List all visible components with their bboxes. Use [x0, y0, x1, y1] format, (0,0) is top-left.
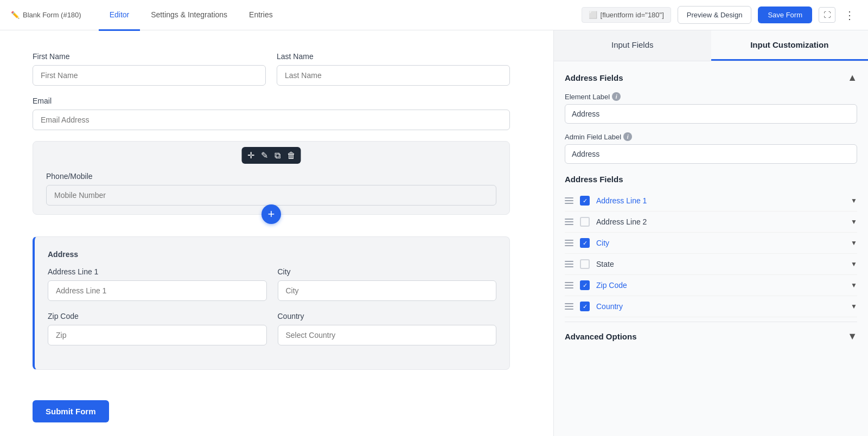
- more-options-button[interactable]: ⋮: [842, 7, 857, 24]
- phone-label: Phone/Mobile: [46, 172, 496, 181]
- pencil-icon: ✏️: [11, 11, 20, 19]
- floating-toolbar: ✛ ✎ ⧉ 🗑: [242, 147, 301, 164]
- preview-design-button[interactable]: Preview & Design: [678, 6, 752, 24]
- admin-label-info-icon: i: [623, 132, 632, 141]
- address-line1-col: Address Line 1: [48, 267, 267, 301]
- zip-input[interactable]: [48, 325, 267, 345]
- brand-title: Blank Form (#180): [23, 11, 81, 19]
- address-bottom-row: Zip Code Country: [48, 312, 496, 345]
- tab-input-fields[interactable]: Input Fields: [554, 30, 711, 61]
- nav-tabs: Editor Settings & Integrations Entries: [99, 0, 284, 30]
- submit-form-button[interactable]: Submit Form: [33, 400, 109, 422]
- nav-brand: ✏️ Blank Form (#180): [11, 11, 81, 19]
- nav-right: ⬜ [fluentform id="180"] Preview & Design…: [582, 6, 857, 24]
- last-name-label: Last Name: [277, 52, 510, 61]
- address-field-item-address_line_1: Address Line 1▼: [565, 190, 857, 211]
- drag-handle-state[interactable]: [565, 261, 573, 267]
- panel-body: Address Fields ▲ Element Label i Admin F…: [554, 61, 868, 436]
- field-name-zip_code: Zip Code: [596, 281, 844, 290]
- advanced-options-collapse-button[interactable]: ▼: [847, 331, 857, 342]
- first-name-label: First Name: [33, 52, 266, 61]
- address-section-label: Address: [48, 250, 496, 259]
- checkbox-state[interactable]: [580, 259, 590, 269]
- element-label-group: Element Label i: [565, 92, 857, 124]
- first-name-col: First Name: [33, 52, 266, 86]
- tab-editor[interactable]: Editor: [99, 1, 141, 31]
- checkbox-address_line_1[interactable]: [580, 196, 590, 206]
- drag-handle-country[interactable]: [565, 303, 573, 310]
- zip-col: Zip Code: [48, 312, 267, 345]
- address-block: Address Address Line 1 City Zip Code: [33, 236, 510, 370]
- chevron-icon-address_line_1[interactable]: ▼: [851, 197, 857, 204]
- drag-handle-address_line_2[interactable]: [565, 219, 573, 225]
- country-label: Country: [278, 312, 497, 320]
- add-field-button[interactable]: +: [261, 204, 281, 224]
- element-label-label: Element Label i: [565, 92, 857, 101]
- phone-input[interactable]: [46, 185, 496, 206]
- drag-handle-city[interactable]: [565, 240, 573, 246]
- expand-icon: ⛶: [824, 11, 831, 19]
- field-name-address_line_1: Address Line 1: [596, 196, 844, 205]
- chevron-icon-city[interactable]: ▼: [851, 239, 857, 247]
- editor-area: First Name Last Name Email ✛: [0, 30, 553, 436]
- address-field-item-city: City▼: [565, 233, 857, 254]
- city-label: City: [278, 267, 497, 276]
- element-label-input[interactable]: [565, 104, 857, 124]
- field-name-country: Country: [596, 302, 844, 311]
- admin-field-label-group: Admin Field Label i: [565, 132, 857, 164]
- drag-handle-address_line_1[interactable]: [565, 197, 573, 204]
- copy-icon[interactable]: ⧉: [275, 151, 280, 161]
- address-top-row: Address Line 1 City: [48, 267, 496, 301]
- save-form-button[interactable]: Save Form: [758, 7, 812, 23]
- tab-settings[interactable]: Settings & Integrations: [140, 1, 238, 31]
- admin-label-label: Admin Field Label i: [565, 132, 857, 141]
- city-col: City: [278, 267, 497, 301]
- collapse-button[interactable]: ▲: [847, 72, 857, 84]
- address-fields-title: Address Fields: [565, 175, 857, 184]
- admin-field-label-input[interactable]: [565, 144, 857, 164]
- address-line1-input[interactable]: [48, 280, 267, 301]
- checkbox-zip_code[interactable]: [580, 280, 590, 290]
- layout-icon: ⬜: [589, 11, 597, 19]
- checkbox-address_line_2[interactable]: [580, 217, 590, 227]
- address-field-item-country: Country▼: [565, 296, 857, 317]
- chevron-icon-zip_code[interactable]: ▼: [851, 281, 857, 289]
- chevron-icon-state[interactable]: ▼: [851, 260, 857, 268]
- address-line1-label: Address Line 1: [48, 267, 267, 276]
- drag-handle-zip_code[interactable]: [565, 282, 573, 288]
- move-icon[interactable]: ✛: [247, 150, 254, 161]
- edit-icon[interactable]: ✎: [261, 150, 268, 161]
- panel-tabs: Input Fields Input Customization: [554, 30, 868, 61]
- checkbox-country[interactable]: [580, 302, 590, 311]
- element-label-info-icon: i: [612, 92, 621, 101]
- email-input[interactable]: [33, 110, 510, 130]
- address-fields-list: Address Line 1▼Address Line 2▼City▼State…: [565, 190, 857, 317]
- checkbox-city[interactable]: [580, 238, 590, 248]
- shortcode-text: [fluentform id="180"]: [601, 11, 664, 19]
- chevron-icon-address_line_2[interactable]: ▼: [851, 218, 857, 226]
- field-name-address_line_2: Address Line 2: [596, 217, 844, 226]
- delete-icon[interactable]: 🗑: [287, 151, 296, 161]
- address-field-item-state: State▼: [565, 254, 857, 275]
- name-row: First Name Last Name: [33, 52, 510, 86]
- tab-entries[interactable]: Entries: [238, 1, 284, 31]
- phone-block: ✛ ✎ ⧉ 🗑 Phone/Mobile +: [33, 141, 510, 215]
- tab-input-customization[interactable]: Input Customization: [711, 30, 869, 61]
- expand-button[interactable]: ⛶: [819, 7, 835, 23]
- shortcode-box[interactable]: ⬜ [fluentform id="180"]: [582, 7, 671, 23]
- main-content: First Name Last Name Email ✛: [0, 30, 868, 436]
- form-section: First Name Last Name Email ✛: [33, 52, 510, 422]
- city-input[interactable]: [278, 280, 497, 301]
- email-label: Email: [33, 97, 510, 105]
- country-col: Country: [278, 312, 497, 345]
- last-name-input[interactable]: [277, 65, 510, 86]
- first-name-input[interactable]: [33, 65, 266, 86]
- address-field-item-zip_code: Zip Code▼: [565, 275, 857, 296]
- chevron-icon-country[interactable]: ▼: [851, 303, 857, 310]
- panel-section-header: Address Fields ▲: [565, 72, 857, 84]
- country-input[interactable]: [278, 325, 497, 345]
- last-name-col: Last Name: [277, 52, 510, 86]
- advanced-options-title: Advanced Options: [565, 332, 637, 341]
- field-name-state: State: [596, 260, 844, 268]
- zip-label: Zip Code: [48, 312, 267, 320]
